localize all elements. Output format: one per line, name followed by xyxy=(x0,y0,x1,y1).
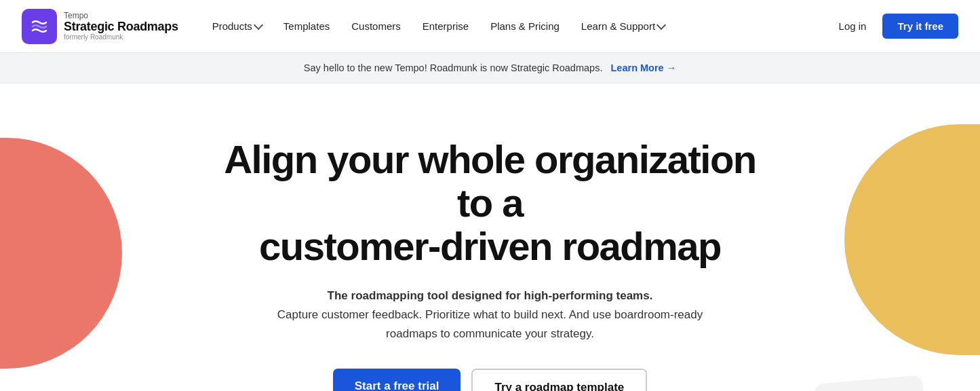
chevron-down-icon xyxy=(254,20,263,30)
start-trial-button[interactable]: Start a free trial xyxy=(333,369,461,391)
nav-actions: Log in Try it free xyxy=(831,14,958,39)
nav-item-customers[interactable]: Customers xyxy=(342,15,410,37)
logo-text: Tempo Strategic Roadmaps formerly Roadmu… xyxy=(64,12,178,41)
nav-item-plans[interactable]: Plans & Pricing xyxy=(481,15,569,37)
navbar: Tempo Strategic Roadmaps formerly Roadmu… xyxy=(0,0,980,53)
hero-buttons: Start a free trial Try a roadmap templat… xyxy=(212,369,768,391)
nav-links: Products Templates Customers Enterprise … xyxy=(203,15,831,37)
logo-icon xyxy=(22,9,57,44)
nav-item-templates[interactable]: Templates xyxy=(274,15,339,37)
hero-subtext-normal: Capture customer feedback. Prioritize wh… xyxy=(277,308,703,340)
logo-title: Strategic Roadmaps xyxy=(64,20,178,34)
hero-subtext-bold: The roadmapping tool designed for high-p… xyxy=(328,289,653,302)
logo-link[interactable]: Tempo Strategic Roadmaps formerly Roadmu… xyxy=(22,9,178,44)
decorative-shape-right xyxy=(844,124,980,355)
decorative-shape-left xyxy=(0,138,122,369)
login-button[interactable]: Log in xyxy=(831,15,875,37)
nav-item-enterprise[interactable]: Enterprise xyxy=(413,15,478,37)
decorative-shape-bottom-right xyxy=(814,375,929,391)
hero-content: Align your whole organization to a custo… xyxy=(212,138,768,391)
announcement-text: Say hello to the new Tempo! Roadmunk is … xyxy=(304,62,603,73)
nav-item-learn[interactable]: Learn & Support xyxy=(572,15,674,37)
logo-formerly: formerly Roadmunk xyxy=(64,33,178,41)
chevron-down-icon xyxy=(656,20,666,30)
arrow-icon: → xyxy=(667,62,677,73)
hero-section: Align your whole organization to a custo… xyxy=(0,83,980,391)
announcement-link[interactable]: Learn More → xyxy=(611,62,677,73)
try-free-button[interactable]: Try it free xyxy=(882,14,958,39)
logo-brand: Tempo xyxy=(64,12,178,20)
hero-headline: Align your whole organization to a custo… xyxy=(212,138,768,267)
nav-item-products[interactable]: Products xyxy=(203,15,271,37)
try-template-button[interactable]: Try a roadmap template xyxy=(471,369,647,391)
hero-subtext: The roadmapping tool designed for high-p… xyxy=(273,286,707,343)
announcement-banner: Say hello to the new Tempo! Roadmunk is … xyxy=(0,53,980,83)
